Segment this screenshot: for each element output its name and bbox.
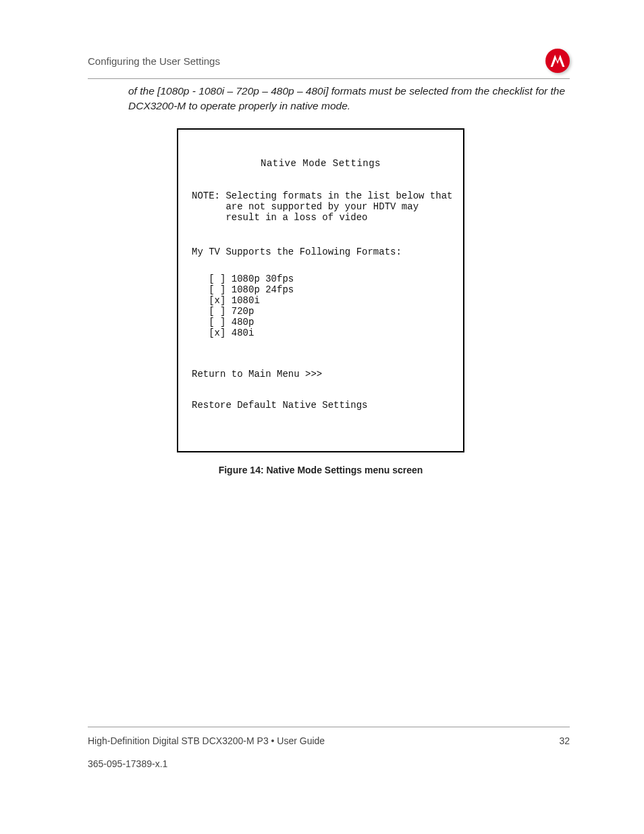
screen-return-link: Return to Main Menu >>> — [192, 369, 450, 380]
header-row: Configuring the User Settings — [88, 49, 570, 73]
section-title: Configuring the User Settings — [88, 55, 220, 67]
screen-restore-link: Restore Default Native Settings — [192, 400, 450, 411]
screen-note: NOTE: Selecting formats in the list belo… — [192, 190, 450, 223]
figure-caption: Figure 14: Native Mode Settings menu scr… — [177, 465, 464, 475]
footer-page-number: 32 — [559, 735, 570, 746]
document-page: Configuring the User Settings of the [10… — [0, 0, 644, 834]
figure-frame: Native Mode Settings NOTE: Selecting for… — [177, 128, 464, 452]
footer-row: High-Definition Digital STB DCX3200-M P3… — [88, 735, 570, 746]
footer-rule — [88, 727, 570, 727]
header-rule — [88, 78, 570, 79]
native-mode-screen: Native Mode Settings NOTE: Selecting for… — [192, 147, 450, 432]
motorola-logo-icon — [545, 49, 570, 73]
body-continuation-text: of the [1080p - 1080i – 720p – 480p – 48… — [128, 84, 570, 113]
footer-product-line: High-Definition Digital STB DCX3200-M P3… — [88, 735, 325, 746]
page-header: Configuring the User Settings — [88, 49, 570, 79]
figure-14: Native Mode Settings NOTE: Selecting for… — [177, 128, 464, 475]
page-footer: High-Definition Digital STB DCX3200-M P3… — [88, 727, 570, 769]
screen-formats-list: [ ] 1080p 30fps [ ] 1080p 24fps [x] 1080… — [192, 273, 450, 339]
screen-title: Native Mode Settings — [192, 158, 450, 169]
footer-doc-number: 365-095-17389-x.1 — [88, 758, 570, 769]
screen-supports-label: My TV Supports the Following Formats: — [192, 246, 450, 257]
